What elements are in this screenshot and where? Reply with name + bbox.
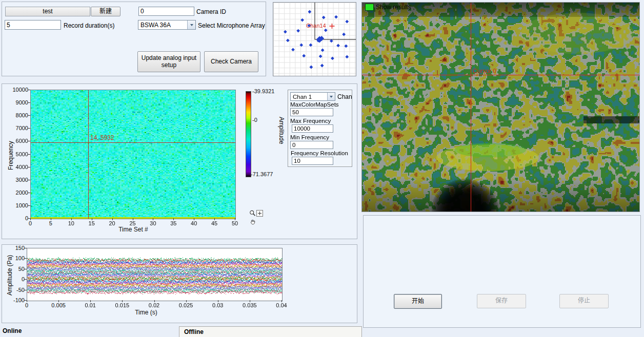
color-scale-max: -39.9321	[252, 88, 274, 94]
tick-mark	[218, 300, 218, 302]
tick-label: 4000	[16, 164, 28, 170]
mic-array-value: BSWA 36A	[138, 22, 187, 29]
frequency-resolution-input[interactable]	[292, 157, 333, 165]
spectrogram-canvas[interactable]	[31, 90, 235, 219]
tick-label: 1000	[16, 202, 28, 208]
camera-cursor-label: Cursor 0	[473, 68, 496, 75]
tick-mark	[28, 128, 30, 129]
update-analog-input-button[interactable]: Update analog input setup	[137, 51, 200, 72]
tick-mark	[28, 102, 30, 103]
mic-array-dropdown-button[interactable]	[187, 20, 195, 29]
tick-label: 20	[109, 220, 115, 226]
record-duration-input[interactable]	[5, 20, 61, 30]
max-frequency-input[interactable]	[292, 124, 333, 133]
show-results-checkbox[interactable]	[365, 4, 374, 11]
tick-label: 3000	[16, 177, 28, 183]
color-scale-mid: -0	[252, 117, 257, 123]
tick-mark	[28, 141, 30, 141]
tick-label: 0	[25, 302, 28, 308]
record-duration-label: Record duration(s)	[64, 22, 114, 29]
min-frequency-input[interactable]	[290, 141, 333, 149]
tick-mark	[71, 218, 72, 220]
spectrogram-cursor-label: 14, 5932	[90, 134, 114, 141]
show-results-label: Show results	[376, 4, 411, 11]
start-button[interactable]: 开始	[394, 294, 442, 309]
maxcolormapsets-label: MaxColorMapSets	[290, 101, 339, 108]
spectrogram-xlabel: Time Set #	[118, 226, 148, 233]
acoustic-camera-app: test 新建 Record duration(s) Camera ID BSW…	[0, 0, 644, 337]
tick-mark	[186, 300, 187, 302]
tick-label: 6000	[16, 138, 28, 144]
camera-cursor-hline[interactable]	[362, 75, 639, 75]
tick-label: 0.035	[243, 302, 257, 308]
tick-mark	[24, 248, 27, 248]
tick-label: 45	[211, 220, 217, 226]
tick-mark	[28, 115, 30, 116]
tick-label: 0.015	[115, 302, 130, 308]
tick-mark	[250, 300, 250, 302]
waveform-ylabel: Amplitude (Pa)	[6, 255, 13, 296]
tick-label: 10000	[12, 87, 28, 93]
frequency-resolution-label: Frequency Resolution	[291, 150, 348, 156]
channel-value: Chan 1	[291, 94, 327, 100]
mic-array-canvas[interactable]	[273, 3, 356, 76]
tick-label: 5	[49, 220, 52, 226]
tick-mark	[28, 154, 30, 155]
tick-mark	[281, 300, 282, 302]
cursor-tool-icon[interactable]	[256, 210, 263, 217]
tick-mark	[154, 300, 155, 302]
min-frequency-label: Min Frequency	[290, 134, 329, 140]
new-project-button[interactable]: 新建	[91, 7, 120, 16]
analysis-controls-box: Chan 1 Chan MaxColorMapSets Max Frequenc…	[288, 90, 352, 167]
camera-view: Show results Cursor 0	[361, 2, 640, 212]
tick-mark	[173, 218, 174, 220]
tick-label: 0	[29, 220, 32, 226]
stop-button[interactable]: 停止	[559, 294, 609, 308]
camera-cursor-vline[interactable]	[471, 3, 471, 212]
tick-mark	[235, 218, 235, 220]
spectrogram-cursor-vline[interactable]	[88, 90, 89, 219]
color-scale-min: -71.3677	[251, 171, 273, 177]
mic-array-plot: Chan14	[273, 2, 356, 76]
tick-mark	[28, 167, 30, 167]
pan-hand-tool-icon[interactable]	[250, 218, 256, 225]
save-button[interactable]: 保存	[477, 294, 526, 308]
tick-label: -50	[16, 287, 25, 293]
tick-label: 7000	[16, 125, 28, 131]
tick-label: 9000	[16, 99, 28, 106]
channel-select[interactable]: Chan 1	[290, 92, 335, 101]
tick-mark	[30, 218, 31, 220]
spectrogram-plot-frame: 14, 5932	[30, 90, 236, 219]
check-camera-button[interactable]: Check Camera	[204, 51, 258, 72]
tick-mark	[24, 269, 27, 269]
tick-mark	[51, 218, 51, 220]
tick-label: 0.025	[179, 302, 193, 308]
tick-label: 0.03	[212, 302, 223, 308]
tick-label: 50	[232, 220, 238, 226]
waveform-canvas[interactable]	[27, 248, 282, 301]
tick-label: 0.005	[51, 302, 66, 308]
zoom-tool-icon[interactable]	[249, 210, 256, 217]
tick-mark	[28, 205, 30, 206]
spectrogram-cursor-hline[interactable]	[31, 142, 235, 143]
tick-mark	[28, 180, 30, 180]
mic-array-label: Select Microphone Array	[198, 22, 265, 29]
tick-label: 8000	[16, 112, 28, 118]
setup-panel: test 新建 Record duration(s) Camera ID BSW…	[2, 2, 266, 76]
camera-overlay-canvas[interactable]	[362, 3, 639, 212]
spectrogram-ylabel: Frequency	[7, 141, 14, 170]
actions-panel: 开始 保存 停止	[363, 215, 641, 328]
tick-mark	[90, 300, 91, 302]
mic-array-select[interactable]: BSWA 36A	[138, 20, 196, 30]
status-online: Online	[3, 327, 22, 334]
channel-dropdown-button[interactable]	[327, 93, 335, 100]
tick-mark	[133, 218, 133, 220]
tick-label: 30	[150, 220, 156, 226]
maxcolormapsets-input[interactable]	[290, 108, 333, 116]
camera-id-input[interactable]	[138, 7, 194, 16]
project-name-field[interactable]: test	[5, 7, 90, 16]
camera-id-label: Camera ID	[196, 8, 226, 15]
color-scale[interactable]	[246, 91, 251, 177]
tick-mark	[24, 290, 27, 290]
max-frequency-label: Max Frequency	[290, 118, 331, 124]
